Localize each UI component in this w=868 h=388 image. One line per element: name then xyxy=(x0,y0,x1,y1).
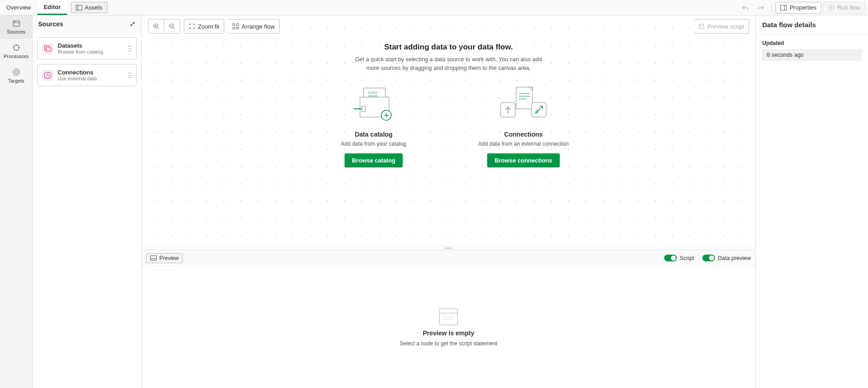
assets-button[interactable]: Assets xyxy=(71,2,108,13)
fullscreen-icon xyxy=(189,23,195,29)
chip-icon xyxy=(12,44,20,52)
preview-toggles: Script Data preview xyxy=(664,255,751,261)
card-datasets[interactable]: Datasets Browse from catalog xyxy=(37,37,137,59)
svg-rect-0 xyxy=(76,5,82,10)
empty-title: Start adding data to your data flow. xyxy=(290,43,607,52)
svg-point-27 xyxy=(130,75,131,76)
empty-options: 011010 101100 Data catalog Add data from… xyxy=(290,83,607,167)
top-right-actions: Properties Run flow xyxy=(739,0,868,15)
divider xyxy=(771,3,772,12)
drag-handle-icon[interactable] xyxy=(128,45,132,52)
redo-button[interactable] xyxy=(754,2,768,14)
assets-label: Assets xyxy=(85,4,103,11)
datasets-icon xyxy=(42,43,53,54)
svg-point-29 xyxy=(130,77,131,78)
svg-line-31 xyxy=(158,28,159,29)
svg-rect-53 xyxy=(516,87,533,109)
svg-point-13 xyxy=(13,69,20,75)
left-panel-header: Sources xyxy=(33,15,141,33)
svg-rect-39 xyxy=(233,27,235,29)
svg-line-35 xyxy=(173,28,175,29)
target-icon xyxy=(12,68,20,76)
svg-point-17 xyxy=(128,46,129,47)
panel-left-icon xyxy=(76,5,82,10)
svg-point-24 xyxy=(128,73,129,74)
canvas[interactable]: Zoom fit Arrange flow Preview script Sta… xyxy=(142,15,755,246)
details-panel: Data flow details Updated 8 seconds ago xyxy=(755,15,868,388)
canvas-column: Zoom fit Arrange flow Preview script Sta… xyxy=(142,15,755,388)
card-datasets-text: Datasets Browse from catalog xyxy=(58,42,123,54)
svg-rect-62 xyxy=(151,256,157,260)
nav-sources[interactable]: Sources xyxy=(0,15,32,39)
database-icon xyxy=(12,20,20,27)
arrange-flow-button[interactable]: Arrange flow xyxy=(228,19,280,34)
svg-rect-23 xyxy=(44,73,51,78)
svg-rect-41 xyxy=(699,24,704,29)
card-datasets-sub: Browse from catalog xyxy=(58,49,123,54)
zoom-in-icon xyxy=(153,23,159,29)
run-flow-button[interactable]: Run flow xyxy=(823,2,865,14)
preview-script-button[interactable]: Preview script xyxy=(694,19,749,34)
card-datasets-title: Datasets xyxy=(58,42,123,49)
tab-overview[interactable]: Overview xyxy=(0,0,37,15)
zoom-in-button[interactable] xyxy=(148,19,164,34)
svg-point-20 xyxy=(130,48,131,49)
toggle-script: Script xyxy=(664,255,694,261)
details-panel-body: Updated 8 seconds ago xyxy=(756,34,868,66)
tab-editor[interactable]: Editor xyxy=(37,0,67,15)
preview-script-label: Preview script xyxy=(707,23,744,30)
undo-button[interactable] xyxy=(739,2,752,14)
preview-header: Preview Script Data preview xyxy=(142,250,755,266)
option-connections-title: Connections xyxy=(504,131,543,138)
svg-rect-37 xyxy=(233,24,235,25)
svg-point-21 xyxy=(128,50,129,51)
properties-label: Properties xyxy=(789,4,816,11)
svg-text:101100: 101100 xyxy=(368,94,378,97)
svg-text:011010: 011010 xyxy=(368,91,378,94)
preview-empty-title: Preview is empty xyxy=(423,329,474,337)
preview-panel: Preview Script Data preview xyxy=(142,250,755,388)
arrange-icon xyxy=(232,23,239,29)
empty-state: Start adding data to your data flow. Get… xyxy=(290,43,607,167)
card-connections[interactable]: Connections Use external data xyxy=(37,64,137,86)
preview-toggle-button[interactable]: Preview xyxy=(146,253,183,263)
preview-body: Preview is empty Select a node to get th… xyxy=(142,266,755,388)
top-tabs: Overview Editor Assets xyxy=(0,0,111,15)
browse-connections-button[interactable]: Browse connections xyxy=(487,153,559,167)
zoom-out-button[interactable] xyxy=(164,19,180,34)
browse-catalog-button[interactable]: Browse catalog xyxy=(345,153,403,167)
nav-rail: Sources Processors Targets xyxy=(0,15,33,388)
panel-right-icon xyxy=(780,5,787,10)
svg-rect-5 xyxy=(13,21,20,26)
option-data-catalog-desc: Add data from your catalog xyxy=(341,141,406,147)
nav-targets[interactable]: Targets xyxy=(0,64,32,88)
drag-handle-icon[interactable] xyxy=(128,72,132,79)
option-connections: Connections Add data from an external co… xyxy=(469,83,578,167)
nav-processors[interactable]: Processors xyxy=(0,39,32,64)
svg-point-14 xyxy=(15,71,18,74)
collapse-icon[interactable] xyxy=(129,21,136,27)
preview-toggle-label: Preview xyxy=(159,255,179,261)
card-connections-title: Connections xyxy=(58,69,123,76)
properties-button[interactable]: Properties xyxy=(775,2,821,14)
play-circle-icon xyxy=(828,5,834,11)
toggle-script-switch[interactable] xyxy=(664,255,677,261)
svg-rect-38 xyxy=(237,24,238,25)
left-panel-title: Sources xyxy=(38,20,63,28)
details-updated-label: Updated xyxy=(762,40,862,46)
zoom-fit-label: Zoom fit xyxy=(198,23,219,30)
toggle-data-preview-label: Data preview xyxy=(718,255,751,261)
card-connections-text: Connections Use external data xyxy=(58,69,123,81)
zoom-fit-button[interactable]: Zoom fit xyxy=(184,19,224,34)
toggle-data-preview-switch[interactable] xyxy=(702,255,715,261)
svg-point-19 xyxy=(128,48,129,49)
svg-rect-40 xyxy=(237,27,238,29)
runflow-label: Run flow xyxy=(837,4,860,11)
preview-empty-sub: Select a node to get the script statemen… xyxy=(400,340,498,347)
data-catalog-illustration: 011010 101100 xyxy=(351,83,396,124)
toggle-script-label: Script xyxy=(680,255,694,261)
svg-point-22 xyxy=(130,50,131,51)
left-panel: Sources Datasets Browse from catalog xyxy=(33,15,142,388)
arrange-flow-label: Arrange flow xyxy=(242,23,275,30)
resize-grip[interactable] xyxy=(142,246,755,250)
